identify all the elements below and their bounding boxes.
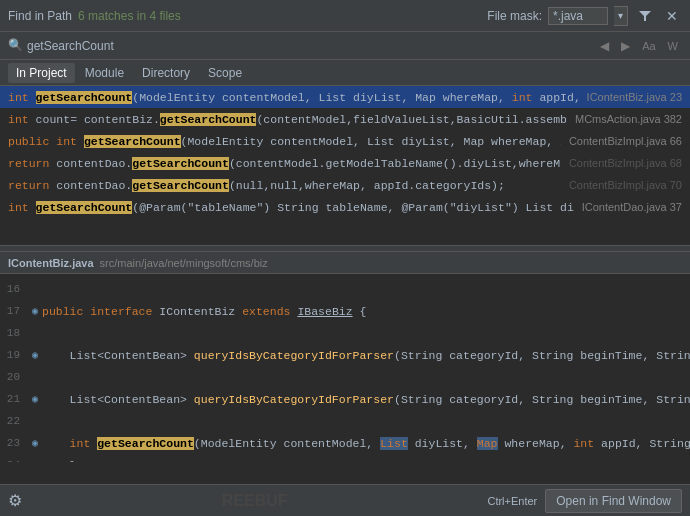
settings-button[interactable]: ⚙ [8,491,22,510]
code-area: 16 17 ◉ public interface IContentBiz ext… [0,274,690,462]
file-mask-dropdown[interactable]: ▾ [614,6,628,26]
match-count: 6 matches in 4 files [78,9,181,23]
code-line: 22 [0,410,690,432]
line-number: 17 [0,305,28,317]
code-line: 18 [0,322,690,344]
filter-icon-btn[interactable] [634,7,656,25]
result-file: ContentBizImpl.java 70 [569,179,682,191]
tab-module[interactable]: Module [77,63,132,83]
preview-header: IContentBiz.java src/main/java/net/mings… [0,252,690,274]
code-line: 23 ◉ int getSearchCount(ModelEntity cont… [0,432,690,454]
result-file: MCmsAction.java 382 [575,113,682,125]
preview-filename: IContentBiz.java [8,257,94,269]
line-number: 18 [0,327,28,339]
code-line: 19 ◉ List<ContentBean> queryIdsByCategor… [0,344,690,366]
code-preview: IContentBiz.java src/main/java/net/mings… [0,252,690,484]
line-number: 16 [0,283,28,295]
result-code: int getSearchCount(@Param("tableName") S… [8,201,574,214]
case-sensitive-btn[interactable]: Aa [638,39,659,53]
search-query: getSearchCount [27,39,592,53]
line-number: 24 [0,459,28,462]
file-mask-input[interactable] [548,7,608,25]
line-number: 19 [0,349,28,361]
tab-directory[interactable]: Directory [134,63,198,83]
toolbar-title: Find in Path [8,9,72,23]
toolbar: Find in Path 6 matches in 4 files File m… [0,0,690,32]
table-row[interactable]: int getSearchCount(@Param("tableName") S… [0,196,690,218]
file-mask-label: File mask: [487,9,542,23]
table-row[interactable]: int getSearchCount(ModelEntity contentMo… [0,86,690,108]
line-number: 23 [0,437,28,449]
results-list: int getSearchCount(ModelEntity contentMo… [0,86,690,246]
code-line: 20 [0,366,690,388]
code-line: 16 [0,278,690,300]
watermark: REEBUF [30,492,479,510]
shortcut-hint: Ctrl+Enter [487,495,537,507]
open-in-find-window-button[interactable]: Open in Find Window [545,489,682,513]
result-code: int count= contentBiz.getSearchCount(con… [8,113,567,126]
search-icon: 🔍 [8,38,23,53]
next-result-btn[interactable]: ▶ [617,38,634,54]
line-marker: ◉ [28,349,42,361]
table-row[interactable]: return contentDao.getSearchCount(null,nu… [0,174,690,196]
table-row[interactable]: return contentDao.getSearchCount(content… [0,152,690,174]
tab-in-project[interactable]: In Project [8,63,75,83]
code-line: 21 ◉ List<ContentBean> queryIdsByCategor… [0,388,690,410]
table-row[interactable]: int count= contentBiz.getSearchCount(con… [0,108,690,130]
line-number: 22 [0,415,28,427]
line-marker: ◉ [28,437,42,449]
line-content: int getSearchCount(ModelEntity contentMo… [42,437,690,450]
result-file: IContentBiz.java 23 [587,91,682,103]
result-code: return contentDao.getSearchCount(content… [8,157,561,170]
line-content: public interface IContentBiz extends IBa… [42,305,366,318]
result-code: return contentDao.getSearchCount(null,nu… [8,179,561,192]
prev-result-btn[interactable]: ◀ [596,38,613,54]
result-code: public int getSearchCount(ModelEntity co… [8,135,561,148]
result-code: int getSearchCount(ModelEntity contentMo… [8,91,579,104]
line-content: List<ContentBean> queryIdsByCategoryIdFo… [42,349,690,362]
code-line: 24 } [0,454,690,462]
bottom-bar: ⚙ REEBUF Ctrl+Enter Open in Find Window [0,484,690,516]
table-row[interactable]: public int getSearchCount(ModelEntity co… [0,130,690,152]
search-bar: 🔍 getSearchCount ◀ ▶ Aa W [0,32,690,60]
preview-path: src/main/java/net/mingsoft/cms/biz [100,257,268,269]
result-file: IContentDao.java 37 [582,201,682,213]
line-marker: ◉ [28,393,42,405]
code-line: 17 ◉ public interface IContentBiz extend… [0,300,690,322]
result-file: ContentBizImpl.java 68 [569,157,682,169]
tab-scope[interactable]: Scope [200,63,250,83]
line-marker: ◉ [28,305,42,317]
scope-tabs: In Project Module Directory Scope [0,60,690,86]
line-content: } [42,459,77,463]
result-file: ContentBizImpl.java 66 [569,135,682,147]
line-number: 21 [0,393,28,405]
whole-word-btn[interactable]: W [664,39,682,53]
line-number: 20 [0,371,28,383]
close-icon-btn[interactable]: ✕ [662,6,682,26]
line-content: List<ContentBean> queryIdsByCategoryIdFo… [42,393,690,406]
svg-marker-0 [639,11,651,21]
